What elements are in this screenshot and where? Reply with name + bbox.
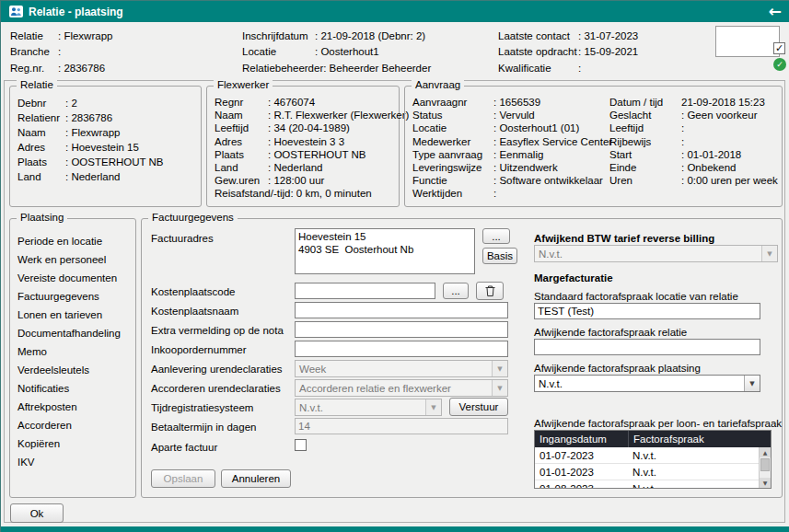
header-checkbox-checked[interactable] (773, 42, 785, 54)
scrollbar-thumb[interactable] (760, 458, 770, 471)
back-arrow-icon[interactable]: ← (769, 4, 782, 19)
aanvraag-groupbox: Aanvraag Aanvraagnr : 1656539 Status : V… (404, 86, 783, 207)
relatie-groupbox: Relatie Debnr : 2 Relatienr : 2836786 Na… (9, 86, 202, 207)
field-row: Naam : Flexwrapp (17, 125, 199, 140)
window-title: Relatie - plaatsing (29, 6, 763, 18)
field-value: : (58, 46, 61, 57)
field-row: Leeftijd : 34 (20-04-1989) (215, 121, 397, 134)
field-value: : (681, 122, 684, 133)
field-label: Geslacht (609, 110, 681, 121)
extra-vermelding-label: Extra vermelding op de nota (151, 324, 284, 337)
field-label: Uren (609, 175, 681, 186)
plaatsing-menu-item[interactable]: Factuurgegevens (17, 287, 133, 306)
field-value: : 0 km, 0 minuten (290, 188, 371, 199)
header-field-row: Relatie : Flexwrapp (10, 28, 112, 44)
field-label: Naam (215, 110, 268, 121)
field-label: Plaats (215, 149, 268, 160)
plaatsing-menu-item[interactable]: Kopiëren (17, 434, 133, 453)
field-value: : 1656539 (493, 97, 540, 108)
field-value: : 2836786 (65, 112, 112, 123)
ok-button[interactable]: Ok (10, 503, 64, 523)
inkoopordernummer-input[interactable] (295, 341, 508, 357)
field-row: Aanvraagnr : 1656539 (412, 96, 612, 109)
relation-icon (9, 6, 23, 17)
field-label: Adres (17, 142, 65, 153)
factuurgegevens-groupbox: Factuurgegevens Factuuradres Hoevestein … (141, 218, 783, 498)
plaatsing-menu-item[interactable]: Memo (17, 342, 133, 361)
selected-value: Week (296, 364, 492, 375)
factorafspraak-table: Ingangsdatum Factorafspraak 01-07-2023 N… (534, 430, 772, 489)
delete-button[interactable] (476, 282, 504, 300)
aparte-factuur-checkbox[interactable] (295, 439, 307, 451)
field-row: Debnr : 2 (17, 96, 199, 110)
tijdregistratie-label: Tijdregistratiesysteem (151, 401, 253, 414)
field-value: : Geen voorkeur (681, 110, 757, 121)
verstuur-button[interactable]: Verstuur (449, 398, 508, 416)
kostenplaatsnaam-label: Kostenplaatsnaam (151, 305, 238, 318)
afwijkende-relatie-input[interactable] (534, 339, 760, 355)
field-row: Uren : 0:00 uren per week (609, 174, 778, 187)
field-value: : OOSTERHOUT NB (65, 156, 164, 168)
plaatsing-menu-item[interactable]: Documentafhandeling (17, 324, 133, 342)
table-scrollbar[interactable] (759, 447, 771, 488)
basis-button[interactable]: Basis (482, 248, 517, 264)
plaatsing-menu-item[interactable]: Verdeelsleutels (17, 361, 133, 379)
plaatsing-menu-item[interactable]: Periode en locatie (17, 232, 133, 250)
factuuradres-textarea[interactable]: Hoevestein 15 4903 SE Oosterhout Nb (295, 228, 475, 274)
field-label: Reg.nr. (10, 63, 58, 74)
factorafspraak-row[interactable]: 01-08-2023 N.v.t. (535, 480, 771, 489)
field-label: Relatienr (17, 112, 65, 123)
kostenplaatscode-browse-button[interactable]: ... (443, 283, 469, 299)
header-field-row: Branche : (10, 44, 112, 61)
header-field-row: Reg.nr. : 2836786 (10, 60, 112, 76)
scroll-down-icon[interactable] (760, 478, 771, 488)
factuuradres-browse-button[interactable]: ... (482, 228, 510, 244)
extra-vermelding-input[interactable] (295, 321, 508, 338)
field-value: : 01-01-2018 (681, 149, 741, 160)
plaatsing-menu-item[interactable]: Werk en personeel (17, 250, 133, 269)
green-check-icon (773, 58, 786, 71)
kostenplaatsnaam-input[interactable] (295, 302, 508, 318)
cell-factorafspraak: N.v.t. (628, 450, 771, 461)
field-value: : Onbekend (681, 162, 736, 173)
field-value: : 128:00 uur (268, 175, 324, 186)
header-field-row: Kwalificatie : (498, 60, 638, 76)
per-loon-label: Afwijkende factorafspraak per loon- en t… (534, 417, 782, 430)
table-header-row: Ingangsdatum Factorafspraak (535, 431, 771, 447)
field-row: Plaats : OOSTERHOUT NB (17, 155, 199, 169)
cell-factorafspraak: N.v.t. (628, 467, 771, 478)
field-row: Relatienr : 2836786 (17, 110, 199, 125)
header-field-row: Laatste opdracht : 15-09-2021 (498, 44, 638, 61)
plaatsing-menu-item[interactable]: Accorderen (17, 416, 133, 434)
afwijkende-plaatsing-select[interactable]: N.v.t. (534, 375, 760, 392)
field-value: : Nederland (268, 162, 322, 173)
header-field-row: Inschrijfdatum : 21-09-2018 (Debnr: 2) (242, 28, 431, 44)
field-label: Adres (215, 136, 268, 147)
plaatsing-menu-item[interactable]: Lonen en tarieven (17, 306, 133, 324)
plaatsing-menu-item[interactable]: Vereiste documenten (17, 269, 133, 287)
tijdregistratie-select: N.v.t. (295, 399, 442, 416)
kostenplaatscode-input[interactable] (295, 283, 435, 299)
standaard-factorafspraak-input[interactable] (534, 303, 760, 319)
field-value: : Beheerder Beheerder (323, 63, 431, 74)
field-row: Adres : Hoevestein 3 3 (215, 135, 397, 148)
field-value: : 15-09-2021 (578, 46, 638, 57)
field-label: Einde (609, 162, 681, 173)
factorafspraak-row[interactable]: 01-01-2023 N.v.t. (535, 464, 771, 480)
field-label: Relatiebeheerder (242, 63, 323, 74)
scroll-up-icon[interactable] (760, 447, 771, 457)
plaatsing-menu-item[interactable]: IKV (17, 453, 133, 471)
plaatsing-menu-item[interactable]: Aftrekposten (17, 398, 133, 416)
header-field-row: Laatste contact : 31-07-2023 (498, 28, 638, 44)
groupbox-title: Factuurgegevens (148, 212, 238, 224)
plaatsing-menu-item[interactable]: Notificaties (17, 379, 133, 398)
factorafspraak-row[interactable]: 01-07-2023 N.v.t. (535, 447, 771, 464)
field-label: Laatste contact (498, 30, 578, 41)
field-label: Leeftijd (609, 122, 681, 133)
field-value: : Eenmalig (493, 149, 543, 160)
field-row: Start : 01-01-2018 (609, 148, 778, 161)
field-label: Leeftijd (215, 122, 268, 133)
cell-ingangsdatum: 01-08-2023 (535, 483, 628, 490)
aanlevering-select: Week (295, 360, 508, 377)
annuleren-button[interactable]: Annuleren (221, 469, 291, 488)
